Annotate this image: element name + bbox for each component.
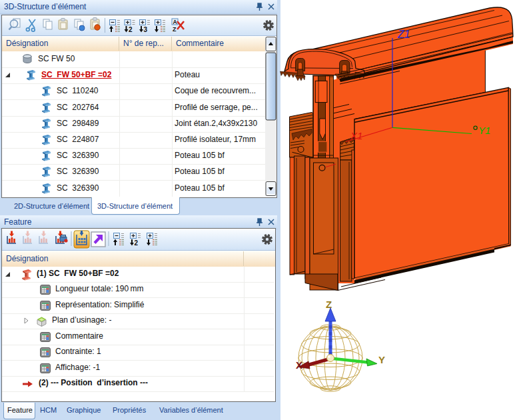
svg-text:Z: Z — [173, 26, 177, 33]
svg-text:3: 3 — [144, 26, 148, 33]
svg-text:X1: X1 — [350, 130, 362, 141]
svg-text:X: X — [296, 359, 302, 371]
svg-text:2: 2 — [135, 239, 139, 247]
svg-text:2: 2 — [129, 26, 133, 33]
svg-text:Z1: Z1 — [397, 29, 410, 40]
svg-text:Y: Y — [378, 354, 385, 365]
svg-text:Y1: Y1 — [478, 125, 490, 136]
svg-text:Z: Z — [326, 299, 332, 310]
svg-text:A: A — [173, 19, 177, 25]
